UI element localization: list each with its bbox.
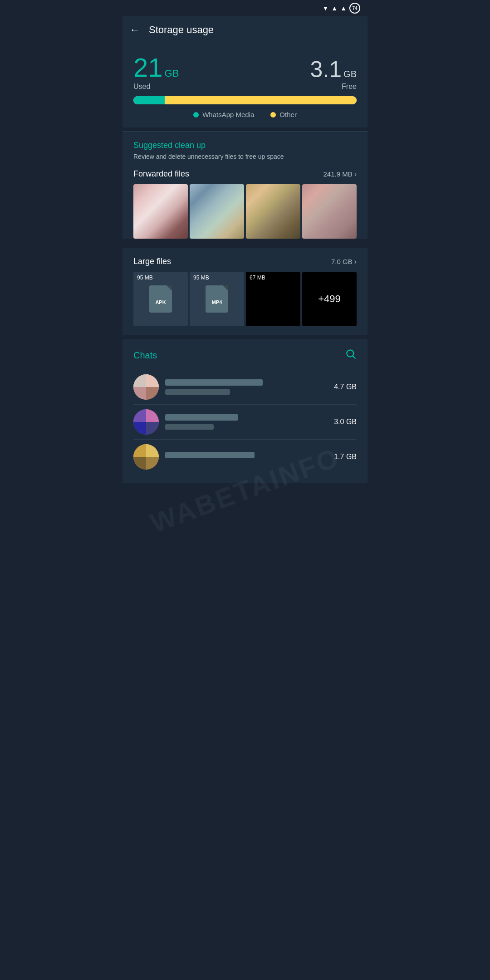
- battery-icon: 74: [349, 3, 360, 14]
- forwarded-files-size: 241.9 MB ›: [323, 170, 357, 178]
- other-progress: [165, 96, 357, 104]
- chat-size-1: 4.7 GB: [334, 383, 357, 391]
- thumbnail-4[interactable]: [302, 184, 357, 239]
- file-1-type: APK: [155, 299, 166, 305]
- storage-section: 21 GB Used 3.1 GB Free WhatsApp Media Ot…: [122, 44, 368, 127]
- legend-whatsapp: WhatsApp Media: [193, 111, 254, 118]
- large-file-more[interactable]: +499: [302, 272, 357, 326]
- file-2-size: 95 MB: [193, 274, 209, 281]
- chat-info-3: [165, 452, 328, 462]
- chevron-right-icon: ›: [354, 170, 357, 178]
- cleanup-section: Suggested clean up Review and delete unn…: [122, 132, 368, 239]
- chat-avatar-1: [133, 374, 159, 400]
- large-files-grid: 95 MB APK 95 MB MP4 67 MB +499: [133, 272, 357, 326]
- chats-title: Chats: [133, 350, 157, 361]
- status-bar: ▼ ▲ ▲ 74: [122, 0, 368, 16]
- chat-item-3[interactable]: 1.7 GB: [133, 440, 357, 474]
- forwarded-files-header[interactable]: Forwarded files 241.9 MB ›: [133, 169, 357, 179]
- file-2-icon: MP4: [206, 285, 228, 313]
- back-button[interactable]: ←: [130, 24, 140, 36]
- file-3-size: 67 MB: [250, 274, 265, 281]
- page-title: Storage usage: [149, 24, 214, 36]
- chat-info-1: [165, 379, 328, 395]
- chat-info-2: [165, 414, 328, 430]
- chat-avatar-3: [133, 444, 159, 470]
- avatar-cell: [146, 457, 159, 470]
- large-files-chevron-icon: ›: [354, 258, 357, 266]
- forwarded-files-title: Forwarded files: [133, 169, 189, 179]
- storage-progress-bar: [133, 96, 357, 104]
- chats-header: Chats: [133, 348, 357, 363]
- chat-avatar-2: [133, 409, 159, 435]
- large-file-2[interactable]: 95 MB MP4: [190, 272, 244, 326]
- thumbnail-1[interactable]: [133, 184, 188, 239]
- signal-icon: ▲: [331, 5, 338, 12]
- file-1-icon: APK: [149, 285, 172, 313]
- large-files-section: Large files 7.0 GB › 95 MB APK 95 MB MP4…: [122, 248, 368, 335]
- svg-point-0: [347, 350, 353, 357]
- avatar-cell: [146, 422, 159, 435]
- storage-numbers: 21 GB Used 3.1 GB Free: [133, 54, 357, 91]
- avatar-cell: [133, 374, 146, 387]
- chat-size-3: 1.7 GB: [334, 453, 357, 461]
- thumbnail-3[interactable]: [246, 184, 300, 239]
- free-label: Free: [342, 83, 357, 91]
- avatar-cell: [133, 444, 146, 457]
- used-label: Used: [133, 83, 179, 91]
- forwarded-thumbnails[interactable]: [133, 184, 357, 239]
- file-2-type: MP4: [212, 299, 222, 305]
- file-1-size: 95 MB: [137, 274, 153, 281]
- more-count-label: +499: [318, 293, 341, 305]
- large-files-header[interactable]: Large files 7.0 GB ›: [133, 257, 357, 266]
- status-icons: ▼ ▲ ▲ 74: [322, 3, 360, 14]
- wifi-icon: ▼: [322, 5, 328, 12]
- avatar-cell: [133, 387, 146, 400]
- avatar-cell: [146, 444, 159, 457]
- free-unit: GB: [343, 69, 357, 79]
- other-legend-label: Other: [279, 111, 297, 118]
- chat-name-bar-1-short: [165, 389, 230, 395]
- chat-name-bar-2: [165, 414, 238, 421]
- other-dot: [270, 112, 276, 118]
- whatsapp-dot: [193, 112, 199, 118]
- large-file-3[interactable]: 67 MB: [246, 272, 300, 326]
- storage-free: 3.1 GB Free: [310, 58, 357, 91]
- cleanup-title: Suggested clean up: [133, 141, 357, 150]
- large-files-title: Large files: [133, 257, 171, 266]
- chat-name-bar-2-short: [165, 424, 214, 430]
- avatar-cell: [146, 387, 159, 400]
- svg-line-1: [353, 356, 355, 358]
- storage-legend: WhatsApp Media Other: [133, 111, 357, 118]
- cleanup-description: Review and delete unnecessary files to f…: [133, 153, 357, 160]
- whatsapp-legend-label: WhatsApp Media: [202, 111, 254, 118]
- chat-name-bar-1: [165, 379, 263, 386]
- chats-section: Chats 4.7 GB: [122, 339, 368, 483]
- avatar-cell: [133, 409, 146, 422]
- avatar-cell: [133, 457, 146, 470]
- avatar-cell: [146, 409, 159, 422]
- search-icon[interactable]: [345, 348, 357, 363]
- chat-item-1[interactable]: 4.7 GB: [133, 370, 357, 405]
- chat-item-2[interactable]: 3.0 GB: [133, 405, 357, 440]
- used-number: 21: [133, 54, 163, 81]
- storage-used: 21 GB Used: [133, 54, 179, 91]
- legend-other: Other: [270, 111, 297, 118]
- avatar-cell: [146, 374, 159, 387]
- app-header: ← Storage usage: [122, 16, 368, 44]
- used-unit: GB: [165, 68, 179, 79]
- avatar-cell: [133, 422, 146, 435]
- storage-free-value: 3.1 GB: [310, 58, 357, 81]
- free-number: 3.1: [310, 58, 342, 81]
- large-files-size: 7.0 GB ›: [331, 258, 357, 266]
- signal-icon-2: ▲: [340, 5, 347, 12]
- whatsapp-progress: [133, 96, 165, 104]
- storage-used-value: 21 GB: [133, 54, 179, 81]
- thumbnail-2[interactable]: [190, 184, 244, 239]
- chat-size-2: 3.0 GB: [334, 418, 357, 426]
- chat-name-bar-3: [165, 452, 255, 458]
- large-file-1[interactable]: 95 MB APK: [133, 272, 188, 326]
